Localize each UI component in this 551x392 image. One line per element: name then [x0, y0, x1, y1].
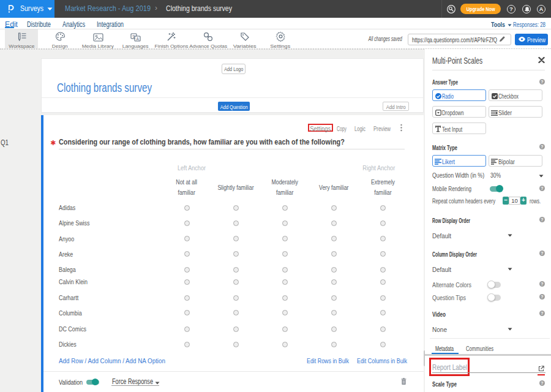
svg-text:A: A	[137, 37, 140, 41]
svg-text:文: 文	[132, 34, 136, 39]
